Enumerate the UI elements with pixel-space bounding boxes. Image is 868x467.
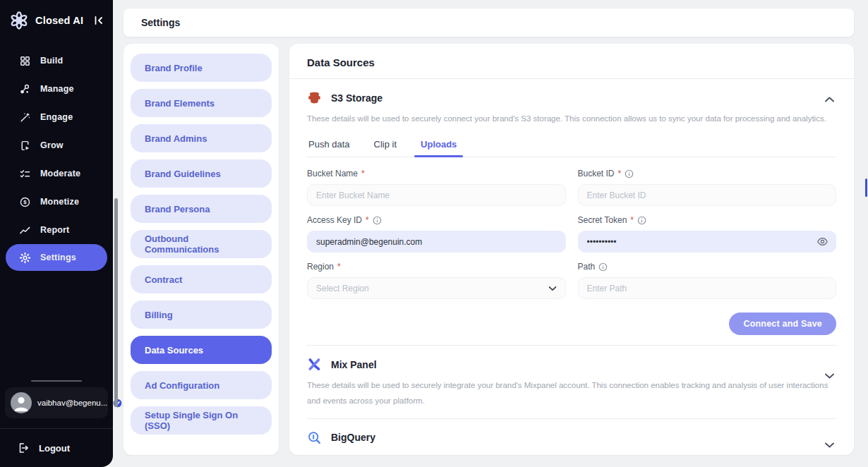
tab-label: Push data [308,139,350,150]
section-title: Data Sources [307,56,836,68]
s3-bucket-icon [307,90,322,105]
data-sources-panel: Data Sources S3 Storage These details wi… [289,44,854,455]
sidebar-item-label: Moderate [40,169,80,178]
sidebar-item-label: Grow [40,140,64,150]
sidebar-item-engage[interactable]: Engage [0,103,113,131]
field-label: Bucket ID [578,169,615,178]
sidebar-item-grow[interactable]: Grow [0,131,113,159]
tab-clip-it[interactable]: Clip it [374,136,397,157]
tab-uploads[interactable]: Uploads [421,136,457,157]
nav-pill-label: Contract [145,274,182,285]
vertical-scrollbar-thumb[interactable] [114,198,118,407]
settings-nav-brand-persona[interactable]: Brand Persona [131,195,272,223]
nav-pill-label: Data Sources [145,345,203,356]
sidebar-item-label: Build [40,56,63,66]
nodes-icon [18,83,31,95]
sidebar-item-moderate[interactable]: Moderate [0,159,113,188]
gear-icon [18,251,31,264]
sidebar-drag-handle [31,380,82,382]
svg-text:$: $ [23,199,27,205]
sidebar-item-report[interactable]: Report [0,216,113,244]
field-region: Region * Select Region [307,262,566,299]
sidebar-item-manage[interactable]: Manage [0,75,113,103]
content-area: Settings Brand Profile Brand Elements Br… [113,0,868,467]
collapse-sidebar-icon[interactable] [93,15,104,26]
right-scrollbar-thumb[interactable] [865,178,867,197]
settings-nav-ad-configuration[interactable]: Ad Configuration [131,371,272,399]
user-email: vaibhav@begenu... [37,399,107,407]
app-sidebar: Closed AI Build Manage [0,0,113,467]
mixpanel-section-header: Mix Panel [307,357,836,372]
settings-nav-brand-admins[interactable]: Brand Admins [131,124,272,152]
nav-pill-label: Ad Configuration [145,380,219,391]
bucket-id-input[interactable] [578,184,837,206]
sidebar-item-build[interactable]: Build [0,47,113,75]
path-input[interactable] [578,277,837,299]
sidebar-divider [0,428,113,429]
settings-nav-brand-profile[interactable]: Brand Profile [131,54,272,82]
sidebar-item-settings[interactable]: Settings [6,244,107,271]
eye-icon[interactable] [816,236,828,248]
tab-label: Uploads [421,139,457,150]
chevron-down-icon[interactable] [824,442,835,449]
bucket-name-input[interactable] [307,184,566,206]
dollar-circle-icon: $ [18,195,31,208]
nav-pill-label: Brand Elements [145,98,215,109]
topbar: Settings [123,8,854,37]
settings-nav-data-sources[interactable]: Data Sources [131,336,272,364]
info-icon[interactable] [637,216,646,225]
nav-pill-label: Brand Guidelines [145,169,221,179]
tab-push-data[interactable]: Push data [308,136,350,157]
chevron-down-icon [548,286,557,291]
bigquery-title: BigQuery [331,432,375,443]
field-path: Path [578,262,837,299]
required-asterisk: * [618,169,622,178]
chevron-up-icon[interactable] [824,96,835,103]
connect-and-save-button[interactable]: Connect and Save [729,313,836,335]
bigquery-description: These details securely connect your bran… [307,451,833,455]
info-icon[interactable] [625,169,634,178]
nav-pill-label: Brand Admins [145,133,207,144]
field-label: Path [578,262,596,272]
user-profile-card[interactable]: vaibhav@begenu... [5,387,108,418]
device-play-icon [18,139,31,152]
logout-label: Logout [39,443,70,454]
checklist-icon [18,167,31,180]
sidebar-item-label: Manage [40,84,74,94]
info-icon[interactable] [598,262,608,272]
nav-pill-label: Outbound Communications [145,233,265,255]
info-icon[interactable] [373,216,382,225]
sidebar-item-label: Settings [40,253,76,262]
secret-token-input[interactable] [578,231,837,253]
field-label: Bucket Name [307,169,358,178]
sidebar-item-monetize[interactable]: $ Monetize [0,188,113,216]
access-key-input[interactable] [307,231,566,253]
closed-ai-logo-icon [8,10,30,31]
required-asterisk: * [337,262,341,272]
settings-nav: Brand Profile Brand Elements Brand Admin… [123,44,279,455]
field-access-key: Access Key ID * [307,215,566,253]
region-select[interactable]: Select Region [307,277,566,299]
logout-button[interactable]: Logout [0,437,113,460]
avatar [11,392,32,413]
settings-nav-brand-guidelines[interactable]: Brand Guidelines [131,159,272,188]
s3-title: S3 Storage [331,92,382,104]
required-asterisk: * [361,169,365,178]
field-label: Secret Token [578,215,627,225]
s3-description: These details will be used to securely c… [307,111,833,126]
mixpanel-description: These details will be used to securely i… [307,378,833,408]
divider [289,78,854,79]
settings-nav-contract[interactable]: Contract [131,265,272,293]
settings-nav-billing[interactable]: Billing [131,301,272,329]
settings-nav-outbound-communications[interactable]: Outbound Communications [131,230,272,258]
chevron-down-icon[interactable] [824,372,835,380]
mixpanel-title: Mix Panel [331,359,377,370]
nav-pill-label: Brand Profile [145,63,203,73]
settings-nav-brand-elements[interactable]: Brand Elements [131,89,272,117]
field-secret-token: Secret Token * [578,215,837,253]
wand-icon [18,111,31,123]
brand-title: Closed AI [35,15,88,26]
settings-nav-sso[interactable]: Setup Single Sign On (SSO) [131,406,272,435]
s3-section-header: S3 Storage [307,90,836,105]
bigquery-icon [307,430,322,445]
